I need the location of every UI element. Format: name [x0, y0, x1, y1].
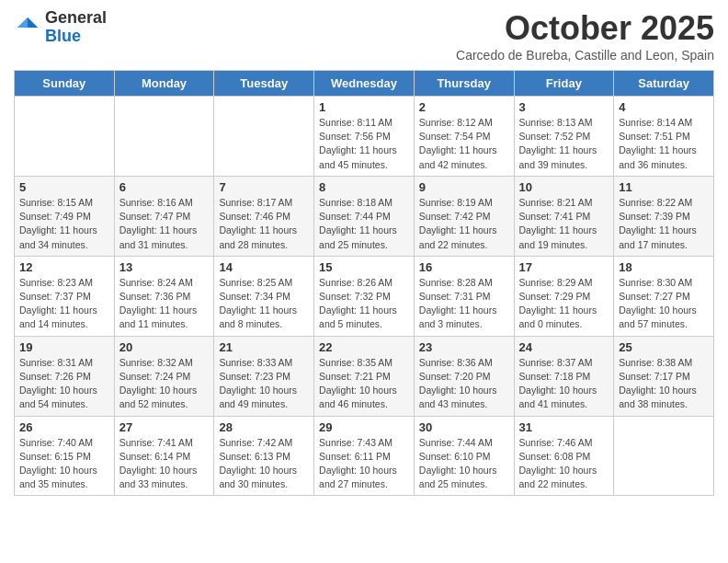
day-number: 13: [119, 260, 210, 274]
day-info: Sunrise: 8:16 AM Sunset: 7:47 PM Dayligh…: [119, 196, 210, 252]
day-info: Sunrise: 7:46 AM Sunset: 6:08 PM Dayligh…: [519, 436, 609, 492]
day-info: Sunrise: 8:30 AM Sunset: 7:27 PM Dayligh…: [619, 276, 709, 332]
calendar-cell: 20Sunrise: 8:32 AM Sunset: 7:24 PM Dayli…: [114, 336, 214, 416]
calendar-cell: 18Sunrise: 8:30 AM Sunset: 7:27 PM Dayli…: [614, 256, 714, 336]
page-header: General Blue October 2025 Carcedo de Bur…: [14, 9, 714, 63]
calendar-week-row-4: 19Sunrise: 8:31 AM Sunset: 7:26 PM Dayli…: [15, 336, 714, 416]
weekday-header-tuesday: Tuesday: [214, 71, 314, 97]
calendar-cell: 6Sunrise: 8:16 AM Sunset: 7:47 PM Daylig…: [114, 176, 214, 256]
day-info: Sunrise: 8:19 AM Sunset: 7:42 PM Dayligh…: [419, 196, 509, 252]
weekday-header-sunday: Sunday: [15, 71, 115, 97]
day-number: 9: [419, 180, 509, 194]
calendar-week-row-1: 1Sunrise: 8:11 AM Sunset: 7:56 PM Daylig…: [15, 97, 714, 177]
day-number: 16: [419, 260, 509, 274]
day-info: Sunrise: 7:43 AM Sunset: 6:11 PM Dayligh…: [319, 436, 409, 492]
day-number: 6: [119, 180, 210, 194]
calendar-week-row-3: 12Sunrise: 8:23 AM Sunset: 7:37 PM Dayli…: [15, 256, 714, 336]
calendar-week-row-5: 26Sunrise: 7:40 AM Sunset: 6:15 PM Dayli…: [15, 416, 714, 496]
weekday-header-wednesday: Wednesday: [314, 71, 415, 97]
day-number: 15: [319, 260, 409, 274]
day-info: Sunrise: 8:24 AM Sunset: 7:36 PM Dayligh…: [119, 276, 210, 332]
calendar-cell: 23Sunrise: 8:36 AM Sunset: 7:20 PM Dayli…: [414, 336, 514, 416]
day-number: 14: [219, 260, 309, 274]
calendar-cell: 24Sunrise: 8:37 AM Sunset: 7:18 PM Dayli…: [514, 336, 614, 416]
day-info: Sunrise: 8:36 AM Sunset: 7:20 PM Dayligh…: [419, 356, 509, 412]
day-number: 26: [19, 420, 109, 434]
day-info: Sunrise: 8:38 AM Sunset: 7:17 PM Dayligh…: [619, 356, 709, 412]
day-info: Sunrise: 8:37 AM Sunset: 7:18 PM Dayligh…: [519, 356, 609, 412]
calendar-cell: 8Sunrise: 8:18 AM Sunset: 7:44 PM Daylig…: [314, 176, 415, 256]
day-number: 1: [319, 100, 409, 114]
day-info: Sunrise: 8:32 AM Sunset: 7:24 PM Dayligh…: [119, 356, 210, 412]
calendar-cell: 19Sunrise: 8:31 AM Sunset: 7:26 PM Dayli…: [15, 336, 115, 416]
day-info: Sunrise: 8:22 AM Sunset: 7:39 PM Dayligh…: [619, 196, 709, 252]
location-subtitle: Carcedo de Bureba, Castille and Leon, Sp…: [456, 48, 714, 63]
calendar-cell: 12Sunrise: 8:23 AM Sunset: 7:37 PM Dayli…: [15, 256, 115, 336]
calendar-cell: [614, 416, 714, 496]
day-number: 20: [119, 340, 210, 354]
day-number: 17: [519, 260, 609, 274]
day-info: Sunrise: 8:29 AM Sunset: 7:29 PM Dayligh…: [519, 276, 609, 332]
calendar-table: SundayMondayTuesdayWednesdayThursdayFrid…: [14, 70, 714, 496]
day-number: 29: [319, 420, 409, 434]
day-number: 24: [519, 340, 609, 354]
day-number: 11: [619, 180, 709, 194]
svg-marker-0: [28, 17, 38, 28]
calendar-cell: 2Sunrise: 8:12 AM Sunset: 7:54 PM Daylig…: [414, 97, 514, 177]
logo: General Blue: [14, 9, 107, 46]
day-number: 3: [519, 100, 609, 114]
day-info: Sunrise: 8:12 AM Sunset: 7:54 PM Dayligh…: [419, 116, 509, 172]
calendar-cell: [15, 97, 115, 177]
calendar-cell: 31Sunrise: 7:46 AM Sunset: 6:08 PM Dayli…: [514, 416, 614, 496]
calendar-cell: 5Sunrise: 8:15 AM Sunset: 7:49 PM Daylig…: [15, 176, 115, 256]
logo-text: General Blue: [45, 9, 107, 46]
calendar-cell: 3Sunrise: 8:13 AM Sunset: 7:52 PM Daylig…: [514, 97, 614, 177]
day-number: 21: [219, 340, 309, 354]
day-info: Sunrise: 8:17 AM Sunset: 7:46 PM Dayligh…: [219, 196, 309, 252]
title-area: October 2025 Carcedo de Bureba, Castille…: [456, 9, 714, 63]
day-number: 7: [219, 180, 309, 194]
day-number: 2: [419, 100, 509, 114]
calendar-cell: 14Sunrise: 8:25 AM Sunset: 7:34 PM Dayli…: [214, 256, 314, 336]
calendar-cell: 21Sunrise: 8:33 AM Sunset: 7:23 PM Dayli…: [214, 336, 314, 416]
day-number: 28: [219, 420, 309, 434]
day-info: Sunrise: 8:35 AM Sunset: 7:21 PM Dayligh…: [319, 356, 409, 412]
calendar-cell: 16Sunrise: 8:28 AM Sunset: 7:31 PM Dayli…: [414, 256, 514, 336]
calendar-cell: 13Sunrise: 8:24 AM Sunset: 7:36 PM Dayli…: [114, 256, 214, 336]
day-info: Sunrise: 8:33 AM Sunset: 7:23 PM Dayligh…: [219, 356, 309, 412]
day-info: Sunrise: 8:25 AM Sunset: 7:34 PM Dayligh…: [219, 276, 309, 332]
calendar-cell: 4Sunrise: 8:14 AM Sunset: 7:51 PM Daylig…: [614, 97, 714, 177]
day-number: 19: [19, 340, 109, 354]
calendar-cell: 15Sunrise: 8:26 AM Sunset: 7:32 PM Dayli…: [314, 256, 415, 336]
calendar-cell: [214, 97, 314, 177]
calendar-cell: 26Sunrise: 7:40 AM Sunset: 6:15 PM Dayli…: [15, 416, 115, 496]
day-info: Sunrise: 8:31 AM Sunset: 7:26 PM Dayligh…: [19, 356, 109, 412]
weekday-header-monday: Monday: [114, 71, 214, 97]
day-number: 23: [419, 340, 509, 354]
day-info: Sunrise: 8:15 AM Sunset: 7:49 PM Dayligh…: [19, 196, 109, 252]
calendar-cell: 22Sunrise: 8:35 AM Sunset: 7:21 PM Dayli…: [314, 336, 415, 416]
weekday-header-thursday: Thursday: [414, 71, 514, 97]
calendar-cell: 30Sunrise: 7:44 AM Sunset: 6:10 PM Dayli…: [414, 416, 514, 496]
day-info: Sunrise: 8:23 AM Sunset: 7:37 PM Dayligh…: [19, 276, 109, 332]
day-info: Sunrise: 8:11 AM Sunset: 7:56 PM Dayligh…: [319, 116, 409, 172]
day-info: Sunrise: 8:21 AM Sunset: 7:41 PM Dayligh…: [519, 196, 609, 252]
day-info: Sunrise: 7:42 AM Sunset: 6:13 PM Dayligh…: [219, 436, 309, 492]
day-info: Sunrise: 7:40 AM Sunset: 6:15 PM Dayligh…: [19, 436, 109, 492]
day-number: 18: [619, 260, 709, 274]
day-number: 4: [619, 100, 709, 114]
day-number: 27: [119, 420, 210, 434]
day-info: Sunrise: 7:44 AM Sunset: 6:10 PM Dayligh…: [419, 436, 509, 492]
logo-general-text: General: [45, 9, 107, 28]
svg-marker-1: [17, 17, 28, 28]
weekday-header-friday: Friday: [514, 71, 614, 97]
day-info: Sunrise: 7:41 AM Sunset: 6:14 PM Dayligh…: [119, 436, 210, 492]
day-number: 31: [519, 420, 609, 434]
month-title: October 2025: [456, 9, 714, 48]
calendar-cell: 7Sunrise: 8:17 AM Sunset: 7:46 PM Daylig…: [214, 176, 314, 256]
calendar-cell: 17Sunrise: 8:29 AM Sunset: 7:29 PM Dayli…: [514, 256, 614, 336]
day-number: 12: [19, 260, 109, 274]
calendar-cell: 11Sunrise: 8:22 AM Sunset: 7:39 PM Dayli…: [614, 176, 714, 256]
day-number: 25: [619, 340, 709, 354]
calendar-cell: 1Sunrise: 8:11 AM Sunset: 7:56 PM Daylig…: [314, 97, 415, 177]
